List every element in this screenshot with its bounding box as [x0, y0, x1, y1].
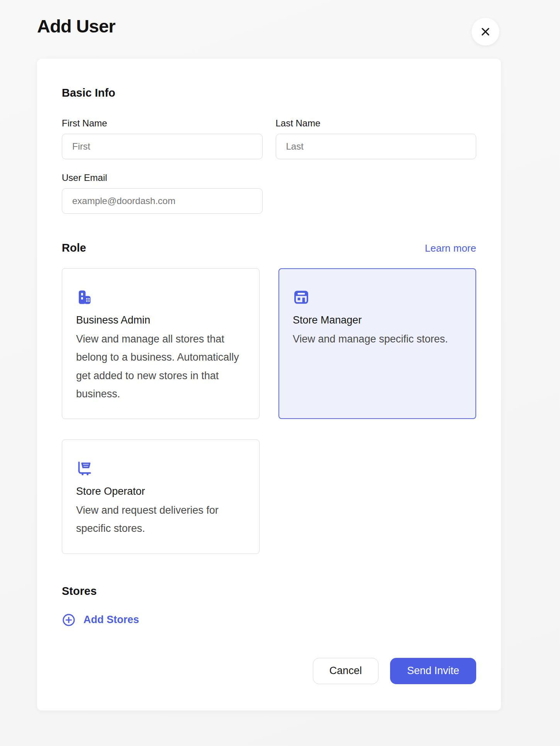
close-icon [480, 26, 491, 37]
basic-info-heading: Basic Info [62, 87, 476, 99]
last-name-input[interactable] [276, 134, 477, 159]
add-stores-label: Add Stores [83, 614, 139, 626]
role-option-title: Business Admin [76, 314, 245, 326]
role-option-title: Store Operator [76, 485, 245, 497]
delivery-cart-icon [76, 460, 93, 477]
first-name-label: First Name [62, 118, 263, 129]
footer-actions: Cancel Send Invite [62, 658, 476, 684]
user-email-field-group: User Email [62, 172, 263, 214]
close-button[interactable] [472, 18, 499, 46]
role-option-business-admin[interactable]: Business Admin View and manage all store… [62, 268, 260, 419]
role-options-grid: Business Admin View and manage all store… [62, 268, 476, 554]
storefront-icon [293, 289, 310, 306]
cancel-button[interactable]: Cancel [313, 658, 378, 684]
last-name-field-group: Last Name [276, 118, 477, 159]
plus-circle-icon [62, 613, 76, 627]
first-name-field-group: First Name [62, 118, 263, 159]
user-email-input[interactable] [62, 188, 263, 214]
role-option-description: View and request deliveries for specific… [76, 501, 245, 538]
stores-heading: Stores [62, 585, 476, 598]
role-option-title: Store Manager [293, 314, 462, 326]
role-option-store-manager[interactable]: Store Manager View and manage specific s… [278, 268, 476, 419]
name-fields-row: First Name Last Name [62, 118, 476, 159]
send-invite-button[interactable]: Send Invite [390, 658, 476, 684]
role-option-description: View and manage specific stores. [293, 330, 462, 348]
user-email-label: User Email [62, 172, 263, 183]
first-name-input[interactable] [62, 134, 263, 159]
office-building-icon [76, 289, 93, 306]
role-heading: Role [62, 242, 86, 254]
learn-more-link[interactable]: Learn more [425, 242, 476, 254]
page-title: Add User [37, 15, 115, 37]
role-header: Role Learn more [62, 242, 476, 254]
role-option-store-operator[interactable]: Store Operator View and request deliveri… [62, 439, 260, 554]
add-user-modal: Basic Info First Name Last Name User Ema… [37, 59, 501, 710]
last-name-label: Last Name [276, 118, 477, 129]
add-stores-button[interactable]: Add Stores [62, 613, 139, 627]
role-option-description: View and manage all stores that belong t… [76, 330, 245, 403]
